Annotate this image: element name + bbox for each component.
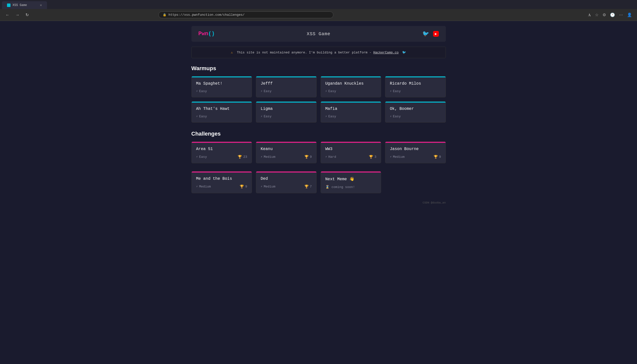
warmups-title: Warmups [191, 65, 446, 72]
tab-favicon [7, 4, 11, 7]
bolt-icon: ⚡ [390, 155, 392, 159]
site-title: XSS Game [307, 32, 330, 36]
warning-icon: ⚠️ [231, 51, 233, 54]
site-logo[interactable]: Pwn() [198, 31, 215, 37]
challenge-card[interactable]: Area 51 ⚡ Easy 🏆 23 [191, 142, 252, 163]
difficulty-label: Medium [393, 155, 405, 159]
card-title: Ugandan Knuckles [325, 82, 377, 86]
history-button[interactable]: 🕐 [609, 12, 616, 18]
hourglass-icon: ⌛ [325, 185, 329, 189]
card-score: 🏆 3 [369, 155, 376, 159]
bolt-icon: ⚡ [196, 90, 198, 93]
card-score: 🏆 9 [434, 155, 441, 159]
bolt-icon: ⚡ [390, 114, 392, 118]
extensions-button[interactable]: ⚙ [601, 12, 607, 18]
notice-twitter-icon[interactable]: 🐦 [402, 51, 406, 54]
warmup-card[interactable]: Ah That's Hawt ⚡ Easy [191, 101, 252, 122]
tab-label: XSS Game [13, 4, 27, 7]
score-number: 23 [243, 155, 247, 159]
challenge-card[interactable]: Next Meme 👋 ⌛ coming soon! [321, 171, 381, 193]
card-meta: ⚡ Easy [325, 114, 377, 118]
youtube-icon[interactable]: ▶ [433, 31, 439, 37]
card-meta: ⚡ Hard 🏆 3 [325, 155, 377, 159]
warmups-section: Warmups Ma Spaghet! ⚡ Easy Jefff ⚡ Easy … [191, 65, 446, 122]
warmup-card[interactable]: Ma Spaghet! ⚡ Easy [191, 76, 252, 97]
trophy-icon: 🏆 [434, 155, 438, 159]
difficulty-label: Easy [199, 90, 207, 93]
more-button[interactable]: ⋯ [618, 12, 624, 18]
address-bar[interactable]: 🔒 https://xss.pwnfunction.com/challenges… [158, 12, 333, 18]
back-button[interactable]: ← [4, 12, 11, 18]
site-header: Pwn() XSS Game 🐦 ▶ [191, 26, 446, 42]
warmup-card[interactable]: Ricardo Milos ⚡ Easy [385, 76, 446, 97]
score-number: 7 [310, 185, 312, 188]
difficulty-label: Medium [264, 155, 275, 159]
twitter-icon[interactable]: 🐦 [422, 30, 429, 37]
card-difficulty: ⚡ Hard [325, 155, 336, 159]
logo-pwn: Pwn [198, 31, 208, 37]
trophy-icon: 🏆 [304, 184, 309, 189]
hackercamp-link[interactable]: HackerCamp.co [373, 51, 399, 54]
card-meta: ⚡ Easy [325, 90, 377, 93]
forward-button[interactable]: → [14, 12, 21, 18]
bookmark-button[interactable]: ☆ [594, 12, 599, 18]
difficulty-label: Easy [199, 155, 207, 159]
card-score: 🏆 9 [240, 184, 247, 189]
bolt-icon: ⚡ [261, 90, 262, 93]
card-title: Jefff [261, 82, 312, 86]
card-title: Ded [261, 176, 312, 181]
reload-button[interactable]: ↻ [24, 12, 30, 18]
profile-button[interactable]: 👤 [626, 12, 633, 18]
bolt-icon: ⚡ [390, 90, 392, 93]
score-number: 9 [310, 155, 312, 159]
challenges-title: Challenges [191, 130, 446, 137]
difficulty-label: Easy [199, 114, 207, 118]
card-title: Jason Bourne [390, 147, 441, 151]
card-difficulty: ⚡ Medium [261, 155, 275, 159]
warmup-card[interactable]: Jefff ⚡ Easy [256, 76, 317, 97]
card-difficulty: ⚡ Easy [261, 114, 271, 118]
card-difficulty: ⚡ Easy [196, 114, 207, 118]
card-meta: ⚡ Easy [261, 114, 312, 118]
challenge-card[interactable]: Ded ⚡ Medium 🏆 7 [256, 171, 317, 193]
card-meta: ⚡ Easy [196, 90, 247, 93]
card-difficulty: ⚡ Easy [325, 90, 336, 93]
warmup-card[interactable]: Mafia ⚡ Easy [321, 101, 381, 122]
challenge-card[interactable]: WW3 ⚡ Hard 🏆 3 [321, 142, 381, 163]
footer-credit: CSDN @duoba_an [191, 201, 446, 204]
browser-chrome: ← → ↻ 🔒 https://xss.pwnfunction.com/chal… [0, 9, 637, 21]
warmup-card[interactable]: Ok, Boomer ⚡ Easy [385, 101, 446, 122]
bolt-icon: ⚡ [261, 185, 262, 188]
bolt-icon: ⚡ [196, 185, 198, 188]
challenge-card[interactable]: Jason Bourne ⚡ Medium 🏆 9 [385, 142, 446, 163]
warmup-card[interactable]: Ligma ⚡ Easy [256, 101, 317, 122]
tab-close-button[interactable]: ✕ [40, 3, 42, 7]
trophy-icon: 🏆 [369, 155, 373, 159]
card-meta: ⚡ Easy [261, 90, 312, 93]
difficulty-label: Easy [393, 90, 401, 93]
card-difficulty: ⚡ Easy [325, 114, 336, 118]
bolt-icon: ⚡ [325, 114, 327, 118]
reader-mode-button[interactable]: 𝐀 [587, 12, 592, 18]
difficulty-label: Hard [328, 155, 336, 159]
bolt-icon: ⚡ [325, 90, 327, 93]
difficulty-label: Easy [264, 90, 271, 93]
page-content: Pwn() XSS Game 🐦 ▶ ⚠️ This site is not m… [187, 21, 450, 214]
bolt-icon: ⚡ [196, 114, 198, 118]
coming-soon-label: coming soon! [332, 185, 355, 189]
challenge-card[interactable]: Me and the Bois ⚡ Medium 🏆 9 [191, 171, 252, 193]
header-icons: 🐦 ▶ [422, 30, 439, 37]
card-meta: ⚡ Easy [390, 114, 441, 118]
challenges-section: Challenges Area 51 ⚡ Easy 🏆 23 Keanu [191, 130, 446, 193]
challenge-card[interactable]: Keanu ⚡ Medium 🏆 9 [256, 142, 317, 163]
difficulty-label: Medium [199, 185, 211, 188]
bolt-icon: ⚡ [196, 155, 198, 159]
card-title: WW3 [325, 147, 377, 151]
card-title: Keanu [261, 147, 312, 151]
card-title: Ok, Boomer [390, 106, 441, 111]
browser-tab[interactable]: XSS Game ✕ [2, 1, 47, 9]
card-meta: ⚡ Medium 🏆 7 [261, 184, 312, 189]
card-meta: ⚡ Medium 🏆 9 [261, 155, 312, 159]
url-text: https://xss.pwnfunction.com/challenges/ [168, 13, 244, 17]
warmup-card[interactable]: Ugandan Knuckles ⚡ Easy [321, 76, 381, 97]
